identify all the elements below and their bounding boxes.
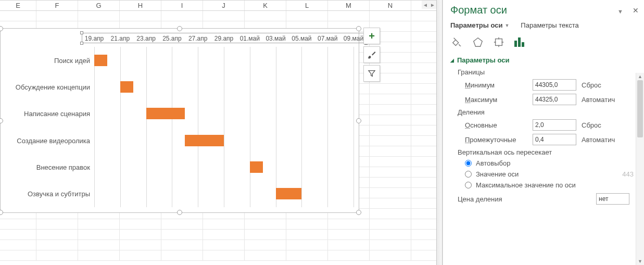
svg-rect-4 bbox=[522, 42, 524, 47]
scroll-up-icon[interactable]: ▲ bbox=[636, 73, 644, 80]
col-header[interactable]: E bbox=[0, 1, 36, 10]
pane-options-dropdown-icon[interactable]: ▼ bbox=[617, 8, 623, 15]
unit-price-input[interactable] bbox=[596, 193, 629, 205]
svg-rect-1 bbox=[496, 39, 502, 46]
unit-price-label: Цена деления bbox=[458, 195, 502, 203]
radio-value-hint: 443 bbox=[622, 170, 634, 178]
scroll-thumb[interactable] bbox=[637, 80, 643, 137]
col-header[interactable]: J bbox=[203, 1, 245, 10]
fill-line-icon[interactable] bbox=[450, 35, 464, 49]
major-input[interactable] bbox=[533, 119, 576, 131]
horizontal-scroll-buttons: ◄► bbox=[422, 1, 436, 9]
plot[interactable] bbox=[94, 47, 353, 207]
plus-icon: + bbox=[369, 30, 375, 42]
svg-rect-2 bbox=[514, 41, 517, 47]
col-header[interactable]: H bbox=[120, 1, 161, 10]
close-icon[interactable]: ✕ bbox=[633, 6, 639, 15]
svg-rect-3 bbox=[518, 37, 521, 47]
x-tick: 01.май bbox=[240, 34, 260, 43]
col-header[interactable]: I bbox=[161, 1, 203, 10]
min-reset-button[interactable]: Сброс bbox=[582, 81, 601, 89]
gantt-bar[interactable] bbox=[94, 55, 107, 66]
scroll-left-icon[interactable]: ◄ bbox=[422, 1, 429, 9]
resize-handle[interactable] bbox=[356, 210, 361, 215]
svg-marker-0 bbox=[474, 38, 483, 47]
scroll-right-icon[interactable]: ► bbox=[429, 1, 436, 9]
y-axis-labels[interactable]: Поиск идейОбсуждение концепцииНаписание … bbox=[1, 47, 93, 207]
y-axis-label: Озвучка и субтитры bbox=[1, 190, 90, 198]
y-axis-label: Написание сценария bbox=[1, 110, 90, 118]
cross-label: Вертикальная ось пересекает bbox=[458, 148, 640, 156]
pane-tabs: Параметры оси ▼ Параметры текста bbox=[450, 21, 640, 29]
resize-handle[interactable] bbox=[356, 26, 361, 31]
x-tick: 29.апр bbox=[214, 34, 234, 43]
x-tick: 03.май bbox=[266, 34, 285, 43]
col-header[interactable]: G bbox=[78, 1, 120, 10]
col-header[interactable]: L bbox=[286, 1, 328, 10]
gridline bbox=[198, 47, 198, 207]
gridline bbox=[146, 47, 147, 207]
gantt-bar[interactable] bbox=[146, 108, 185, 119]
x-axis[interactable]: 19.апр21.апр23.апр25.апр27.апр29.апр01.м… bbox=[94, 34, 353, 43]
minor-auto-button[interactable]: Автоматич bbox=[582, 136, 615, 144]
pane-divider[interactable] bbox=[436, 0, 443, 265]
bounds-label: Границы bbox=[458, 68, 640, 76]
section-axis-parameters[interactable]: ◢ Параметры оси bbox=[450, 56, 640, 64]
chart-elements-button[interactable]: + bbox=[363, 28, 380, 44]
x-tick: 27.апр bbox=[188, 34, 208, 43]
minor-label: Промежуточные bbox=[465, 136, 527, 144]
tab-text-options[interactable]: Параметры текста bbox=[521, 21, 578, 29]
minor-input[interactable] bbox=[533, 134, 576, 145]
effects-icon[interactable] bbox=[471, 35, 485, 49]
x-tick: 21.апр bbox=[111, 34, 130, 43]
gridline bbox=[250, 47, 250, 207]
max-input[interactable] bbox=[533, 94, 576, 105]
col-header[interactable]: N bbox=[370, 1, 411, 10]
tab-label: Параметры оси bbox=[450, 21, 502, 29]
chart-styles-button[interactable] bbox=[363, 46, 380, 63]
radio-max-label: Максимальное значение по оси bbox=[476, 181, 576, 189]
min-input[interactable] bbox=[533, 79, 576, 91]
spreadsheet-area: E F G H I J K L M N ◄► bbox=[0, 0, 436, 265]
gridline bbox=[353, 47, 354, 207]
major-reset-button[interactable]: Сброс bbox=[582, 121, 601, 129]
y-axis-label: Внесение правок bbox=[1, 163, 90, 171]
radio-axis-value[interactable] bbox=[465, 171, 472, 178]
chart-filters-button[interactable] bbox=[363, 65, 380, 82]
gantt-bar[interactable] bbox=[185, 135, 224, 146]
col-header[interactable]: K bbox=[245, 1, 286, 10]
resize-handle[interactable] bbox=[356, 118, 361, 123]
size-properties-icon[interactable] bbox=[492, 35, 506, 49]
format-axis-pane: Формат оси ▼ ✕ Параметры оси ▼ Параметры… bbox=[443, 0, 644, 265]
resize-handle[interactable] bbox=[0, 26, 3, 31]
axis-options-icon[interactable] bbox=[513, 35, 526, 49]
radio-auto[interactable] bbox=[465, 160, 472, 167]
resize-handle[interactable] bbox=[177, 210, 182, 215]
col-header[interactable]: M bbox=[328, 1, 370, 10]
chart-side-tools: + bbox=[363, 28, 380, 84]
col-header[interactable]: F bbox=[36, 1, 78, 10]
max-label: Максимум bbox=[465, 96, 527, 104]
resize-handle[interactable] bbox=[177, 26, 182, 31]
gridline bbox=[94, 47, 95, 207]
max-auto-button[interactable]: Автоматич bbox=[582, 96, 615, 104]
gridline bbox=[301, 47, 302, 207]
y-axis-label: Поиск идей bbox=[1, 56, 90, 64]
x-tick: 23.апр bbox=[136, 34, 156, 43]
pane-scrollbar[interactable]: ▲ ▼ bbox=[636, 73, 644, 265]
radio-max-value[interactable] bbox=[465, 182, 472, 188]
plot-area[interactable]: 19.апр21.апр23.апр25.апр27.апр29.апр01.м… bbox=[94, 34, 353, 207]
expand-icon: ◢ bbox=[450, 58, 454, 63]
gantt-chart[interactable]: Поиск идейОбсуждение концепцииНаписание … bbox=[0, 28, 359, 213]
gantt-bar[interactable] bbox=[276, 188, 302, 199]
brush-icon bbox=[367, 50, 376, 59]
gantt-bar[interactable] bbox=[250, 161, 263, 173]
x-tick: 05.май bbox=[292, 34, 311, 43]
scroll-down-icon[interactable]: ▼ bbox=[636, 258, 644, 265]
gantt-bar[interactable] bbox=[120, 81, 133, 93]
tab-axis-options[interactable]: Параметры оси ▼ bbox=[450, 21, 509, 29]
format-category-icons bbox=[450, 35, 640, 49]
major-label: Основные bbox=[465, 121, 527, 129]
min-label: Минимум bbox=[465, 81, 527, 89]
column-headers: E F G H I J K L M N bbox=[0, 1, 436, 11]
